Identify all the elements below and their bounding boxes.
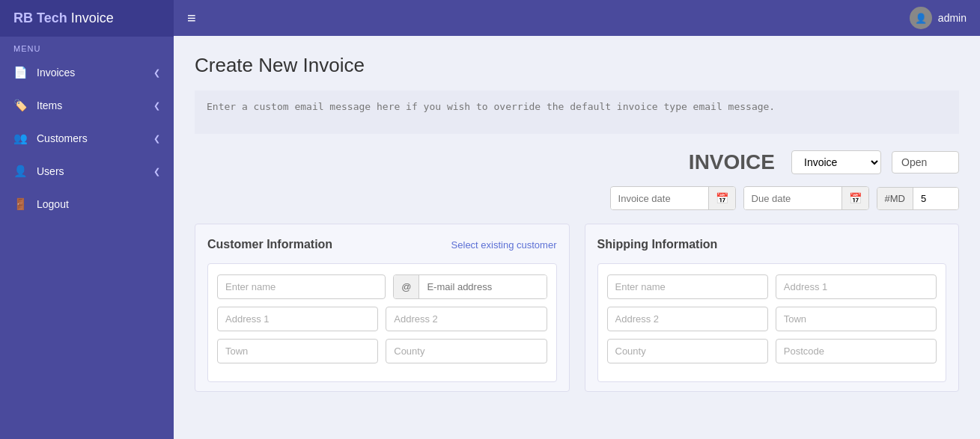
chevron-icon-customers: ❮	[153, 134, 160, 144]
invoice-type-select[interactable]: Invoice Quote Credit Note	[791, 150, 881, 174]
customer-form: @	[207, 263, 557, 382]
brand-name1: RB Tech	[13, 10, 67, 25]
shipping-name-address1-row	[607, 274, 937, 299]
menu-label: MENU	[0, 37, 174, 56]
due-date-icon[interactable]: 📅	[841, 187, 868, 209]
shipping-county-input[interactable]	[607, 339, 768, 363]
sidebar-item-label-users: Users	[37, 165, 64, 177]
sidebar-item-items[interactable]: 🏷️ Items ❮	[0, 89, 174, 122]
page-title: Create New Invoice	[195, 54, 959, 77]
user-info: 👤 admin	[910, 7, 967, 29]
invoice-date-input[interactable]	[611, 188, 708, 209]
email-message-input[interactable]	[195, 90, 959, 134]
main-area: ≡ 👤 admin Create New Invoice INVOICE Inv…	[174, 0, 980, 439]
customer-name-input[interactable]	[217, 274, 386, 299]
hamburger-button[interactable]: ≡	[187, 10, 196, 27]
users-icon: 👤	[13, 165, 28, 178]
avatar: 👤	[910, 7, 932, 29]
username: admin	[938, 12, 967, 24]
chevron-icon-invoices: ❮	[153, 68, 160, 78]
invoice-date-wrap: 📅	[610, 186, 736, 210]
at-symbol: @	[394, 275, 419, 298]
sidebar-item-label-items: Items	[37, 99, 62, 111]
sidebar: RB Tech Invoice MENU 📄 Invoices ❮ 🏷️ Ite…	[0, 0, 174, 439]
chevron-icon-items: ❮	[153, 101, 160, 111]
items-icon: 🏷️	[13, 99, 28, 112]
sidebar-item-invoices[interactable]: 📄 Invoices ❮	[0, 56, 174, 89]
customer-address1-input[interactable]	[217, 307, 378, 331]
customer-county-input[interactable]	[386, 339, 547, 363]
content-area: Create New Invoice INVOICE Invoice Quote…	[174, 36, 980, 439]
customer-panel-header: Customer Information Select existing cus…	[207, 238, 557, 251]
invoice-header-row: INVOICE Invoice Quote Credit Note Open	[195, 150, 959, 174]
customer-address2-input[interactable]	[386, 307, 547, 331]
select-existing-customer-link[interactable]: Select existing customer	[451, 239, 557, 251]
customer-address1-row	[217, 307, 547, 331]
shipping-county-postcode-row	[607, 339, 937, 363]
shipping-address2-town-row	[607, 307, 937, 331]
customer-town-input[interactable]	[217, 339, 378, 363]
customer-panel-title: Customer Information	[207, 238, 332, 251]
customer-town-county-row	[217, 339, 547, 363]
chevron-icon-users: ❮	[153, 167, 160, 176]
invoice-status: Open	[892, 151, 959, 174]
customer-email-input[interactable]	[419, 275, 547, 298]
date-row: 📅 📅 #MD	[195, 186, 959, 210]
md-number-input[interactable]	[913, 188, 958, 209]
invoice-title: INVOICE	[689, 150, 775, 174]
customers-icon: 👥	[13, 132, 28, 145]
customer-name-row: @	[217, 274, 547, 299]
due-date-input[interactable]	[744, 188, 841, 209]
shipping-panel-title: Shipping Information	[597, 238, 718, 251]
sidebar-item-label-logout: Logout	[37, 198, 69, 210]
shipping-form	[597, 263, 947, 382]
panels-row: Customer Information Select existing cus…	[195, 224, 959, 392]
invoices-icon: 📄	[13, 66, 28, 79]
invoice-date-icon[interactable]: 📅	[708, 187, 735, 209]
sidebar-item-label-invoices: Invoices	[37, 67, 75, 79]
shipping-panel-header: Shipping Information	[597, 238, 947, 251]
sidebar-item-users[interactable]: 👤 Users ❮	[0, 155, 174, 188]
customer-panel: Customer Information Select existing cus…	[195, 224, 570, 392]
sidebar-item-label-customers: Customers	[37, 132, 88, 144]
shipping-town-input[interactable]	[776, 307, 937, 331]
shipping-address1-input[interactable]	[776, 274, 937, 299]
logout-icon: 🚪	[13, 197, 28, 211]
shipping-address2-input[interactable]	[607, 307, 768, 331]
sidebar-item-customers[interactable]: 👥 Customers ❮	[0, 122, 174, 155]
brand-name2: Invoice	[67, 10, 114, 25]
due-date-wrap: 📅	[743, 186, 869, 210]
shipping-name-input[interactable]	[607, 274, 768, 299]
topbar: ≡ 👤 admin	[174, 0, 980, 36]
sidebar-brand: RB Tech Invoice	[0, 0, 174, 37]
shipping-panel: Shipping Information	[585, 224, 960, 392]
md-number-wrap: #MD	[877, 187, 959, 210]
sidebar-item-logout[interactable]: 🚪 Logout	[0, 188, 174, 221]
md-label: #MD	[877, 188, 913, 209]
customer-email-wrap: @	[393, 274, 547, 299]
shipping-postcode-input[interactable]	[776, 339, 937, 363]
